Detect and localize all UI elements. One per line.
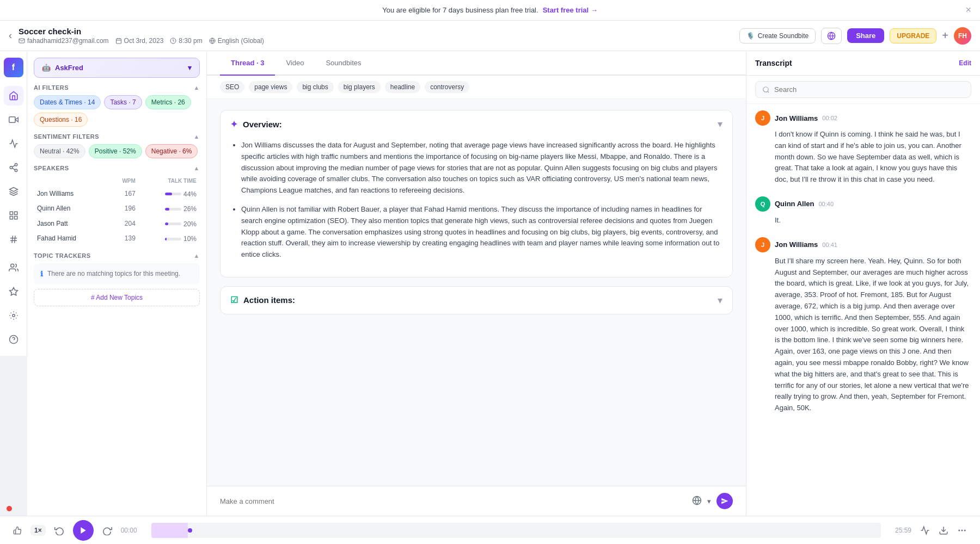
speaker-talktime: 44% [139,186,200,201]
svg-marker-9 [15,118,18,122]
svg-line-33 [768,91,769,92]
transcript-search-input[interactable] [774,85,964,94]
sidebar-icon-settings[interactable] [4,306,23,325]
globe-button[interactable] [821,28,842,44]
speaker-row[interactable]: Quinn Allen 196 26% [34,201,200,217]
chip-seo[interactable]: SEO [220,81,244,93]
comment-send-button[interactable] [716,493,733,509]
info-icon: ℹ [40,270,43,278]
sentiment-neutral[interactable]: Neutral · 42% [34,144,85,158]
sentiment-negative[interactable]: Negative · 6% [145,144,198,158]
sidebar-icon-help[interactable] [4,330,23,349]
share-button[interactable]: Share [847,28,884,43]
like-button[interactable] [13,526,22,535]
speaker-name: Quinn Allen [34,201,107,217]
message-text: I don't know if Quinn is coming. I think… [755,129,971,186]
sidebar-icon-video[interactable] [4,110,23,129]
overview-chevron[interactable]: ▾ [718,118,722,130]
chip-bigclubs[interactable]: big clubs [297,81,333,93]
sidebar-icon-star[interactable] [4,282,23,301]
upgrade-button[interactable]: UPGRADE [890,28,936,44]
svg-point-11 [15,164,17,166]
sentiment-positive[interactable]: Positive · 52% [89,144,142,158]
add-topics-button[interactable]: # Add New Topics [34,289,200,306]
chip-bigplayers[interactable]: big players [338,81,381,93]
filter-metrics[interactable]: Metrics · 26 [145,95,191,109]
message-time: 00:40 [818,201,834,207]
message-avatar: Q [755,196,770,212]
speaker-row[interactable]: Jason Patt 204 20% [34,216,200,231]
speaker-wpm: 167 [107,186,139,201]
comment-globe-icon[interactable] [692,496,702,507]
action-items-icon: ☑ [230,295,238,305]
message-text: But I'll share my screen here. Yeah. Hey… [755,256,971,414]
filter-questions[interactable]: Questions · 16 [34,113,88,127]
topics-header: TOPIC TRACKERS ▲ [34,252,200,259]
sidebar-icon-users[interactable] [4,258,23,277]
comment-dropdown-icon[interactable]: ▾ [707,497,711,505]
sidebar-icon-layers[interactable] [4,182,23,201]
sidebar-icon-hash[interactable] [4,230,23,249]
speakers-table: WPM TALK TIME Jon Williams 167 44% Quinn… [34,176,200,246]
transcript-panel: Transcript Edit J Jon Williams 00:02 I d… [746,51,980,516]
waveform[interactable] [151,523,881,538]
sidebar-icon-share[interactable] [4,158,23,177]
rewind-button[interactable] [54,526,64,535]
player-bar: 1× 00:00 25:59 [0,516,980,544]
waveform-toggle-button[interactable] [920,526,930,535]
user-avatar[interactable]: FH [954,27,971,45]
trial-link[interactable]: Start free trial → [543,6,598,14]
message-speaker: Quinn Allen [775,200,814,208]
action-items-chevron[interactable]: ▾ [718,294,722,306]
action-items-header[interactable]: ☑ Action items: ▾ [220,287,732,314]
message-speaker: Jon Williams [775,114,818,122]
chip-controversy[interactable]: controversy [425,81,469,93]
download-button[interactable] [939,526,948,535]
playback-speed[interactable]: 1× [30,525,46,536]
transcript-search-box [755,81,971,98]
chip-pageviews[interactable]: page views [249,81,292,93]
speaker-row[interactable]: Fahad Hamid 139 10% [34,231,200,246]
play-button[interactable] [73,520,94,541]
speakers-toggle[interactable]: ▲ [194,165,200,171]
transcript-edit-button[interactable]: Edit [959,59,971,67]
speaker-row[interactable]: Jon Williams 167 44% [34,186,200,201]
notification-dot [7,506,12,511]
create-soundbite-button[interactable]: 🎙️ Create Soundbite [739,28,816,44]
svg-point-36 [961,530,963,531]
sidebar-icon-grid[interactable] [4,206,23,225]
svg-rect-19 [14,217,17,219]
message-speaker: Jon Williams [775,240,818,249]
content-area: ✦ Overview: ▾ Jon Williams discusses the… [207,99,746,486]
ai-filters-header: AI FILTERS ▲ [34,84,200,91]
svg-rect-18 [14,212,17,214]
add-button[interactable]: + [942,29,948,42]
overview-title: ✦ Overview: [230,119,282,129]
sentiment-filters-toggle[interactable]: ▲ [194,133,200,140]
sidebar-icon-home[interactable] [4,86,23,106]
speaker-talktime: 26% [139,201,200,217]
comment-input[interactable] [220,497,687,505]
overview-header[interactable]: ✦ Overview: ▾ [220,110,732,138]
tab-video[interactable]: Video [275,51,315,76]
chip-headline[interactable]: headline [385,81,420,93]
header-actions: 🎙️ Create Soundbite Share UPGRADE + FH [739,27,971,45]
tab-soundbites[interactable]: Soundbites [315,51,372,76]
tab-thread[interactable]: Thread · 3 [220,51,275,76]
svg-point-37 [965,530,966,531]
askfred-button[interactable]: 🤖 AskFred ▾ [34,58,200,78]
more-options-button[interactable] [957,526,967,535]
overview-icon: ✦ [230,119,237,129]
banner-close[interactable]: × [965,4,971,16]
forward-button[interactable] [102,526,112,535]
svg-line-24 [14,236,15,243]
filter-tasks[interactable]: Tasks · 7 [104,95,142,109]
sidebar-icon-chart[interactable] [4,134,23,153]
ai-filters-toggle[interactable]: ▲ [194,84,200,91]
filter-dates-times[interactable]: Dates & Times · 14 [34,95,101,109]
current-time: 00:00 [121,527,143,534]
back-button[interactable]: ‹ [9,30,12,41]
message-header: J Jon Williams 00:02 [755,110,971,126]
message-block: J Jon Williams 00:02 I don't know if Qui… [755,110,971,186]
topics-toggle[interactable]: ▲ [194,252,200,259]
